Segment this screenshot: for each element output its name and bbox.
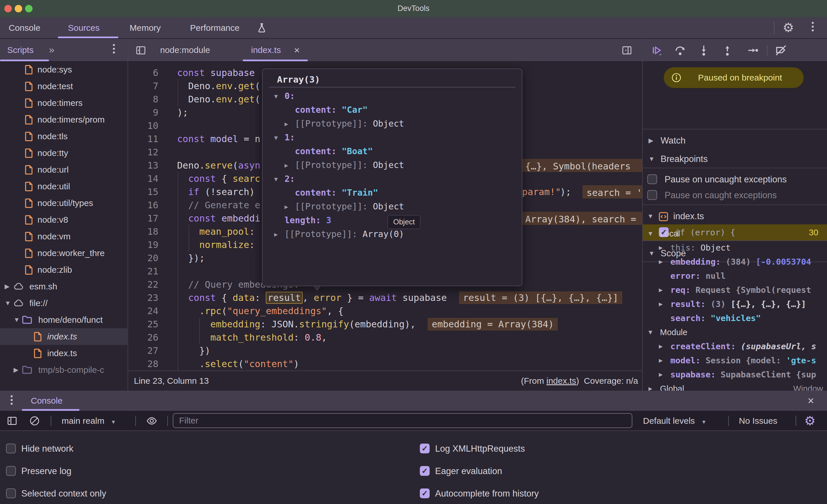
scope-variable-row[interactable]: ▶this: Object (643, 240, 827, 255)
chevron-right-icon[interactable]: ▶ (659, 255, 663, 269)
step-out-icon[interactable] (721, 44, 734, 57)
tree-item[interactable]: index.ts (0, 328, 128, 345)
line-number[interactable]: 23 (128, 291, 158, 304)
line-number[interactable]: 18 (128, 225, 158, 238)
tree-item[interactable]: node:vm (0, 228, 128, 245)
line-number[interactable]: 19 (128, 238, 158, 251)
chevron-right-icon[interactable]: ▶ (285, 159, 288, 172)
chevron-right-icon[interactable]: ▶ (659, 368, 663, 382)
toggle-pause-uncaught[interactable]: Pause on uncaught exceptions (643, 171, 827, 187)
tree-item[interactable]: ▼file:// (0, 295, 128, 312)
chevron-right-icon[interactable]: ▶ (659, 297, 663, 311)
chevron-down-icon[interactable]: ▼ (274, 172, 278, 186)
deactivate-breakpoints-icon[interactable] (775, 44, 787, 57)
scope-section-header[interactable]: ▶GlobalWindow (643, 382, 827, 391)
chevron-right-icon[interactable]: ▶ (285, 117, 288, 131)
tree-item[interactable]: node:v8 (0, 212, 128, 228)
chevron-down-icon[interactable]: ▼ (648, 325, 652, 339)
tree-item[interactable]: ▼home/deno/funct (0, 312, 128, 328)
kebab-menu-icon[interactable] (810, 20, 816, 33)
scope-variable-row[interactable]: ▶embedding: (384) [-0.0053704 (643, 255, 827, 269)
chevron-right-icon[interactable]: ▶ (659, 240, 663, 255)
collapse-panel-left-icon[interactable] (135, 45, 147, 56)
line-number[interactable]: 13 (128, 159, 158, 172)
line-number[interactable]: 10 (128, 119, 158, 132)
scope-variable-row[interactable]: ▶model: Session {model: 'gte-s (643, 353, 827, 368)
line-number[interactable]: 25 (128, 318, 158, 331)
line-number[interactable]: 6 (128, 66, 158, 79)
log-levels-selector[interactable]: Default levels ▼ (643, 411, 707, 431)
line-number[interactable]: 8 (128, 93, 158, 106)
chevron-double-right-icon[interactable]: » (49, 39, 54, 61)
line-number[interactable]: 20 (128, 251, 158, 265)
chevron-down-icon[interactable]: ▼ (648, 226, 652, 241)
line-number[interactable]: 12 (128, 146, 158, 159)
tab-console[interactable]: Console (6, 17, 43, 38)
live-expression-eye-icon[interactable] (145, 415, 158, 427)
section-watch[interactable]: ▶ Watch (643, 132, 827, 149)
step-over-icon[interactable] (674, 44, 686, 57)
tree-item[interactable]: node:tls (0, 128, 128, 145)
line-number[interactable]: 24 (128, 304, 158, 318)
resume-script-icon[interactable] (650, 44, 663, 57)
line-number[interactable]: 14 (128, 172, 158, 185)
tab-scripts[interactable]: Scripts (7, 39, 34, 61)
chevron-right-icon[interactable]: ▶ (5, 278, 9, 295)
toggle-pause-caught[interactable]: Pause on caught exceptions (643, 187, 827, 204)
scope-section-header[interactable]: ▼Module (643, 325, 827, 339)
tree-item[interactable]: index.ts (0, 345, 128, 361)
tree-item[interactable]: node:worker_thre (0, 245, 128, 262)
filter-input[interactable] (173, 413, 632, 428)
kebab-menu-icon[interactable] (111, 42, 116, 55)
line-number[interactable]: 15 (128, 185, 158, 199)
section-breakpoints[interactable]: ▼ Breakpoints (643, 151, 827, 167)
tab-console-drawer[interactable]: Console (31, 391, 62, 411)
console-settings-gear-icon[interactable]: ⚙ (804, 411, 816, 431)
popup-property-row[interactable]: ▶[[Prototype]]: Object (262, 117, 522, 130)
context-selector[interactable]: main realm ▼ (62, 411, 116, 431)
tree-item[interactable]: node:timers (0, 95, 128, 111)
toggle-debugger-sidebar-icon[interactable] (621, 45, 633, 56)
popup-property-row[interactable]: ▼1: (262, 130, 522, 145)
issues-counter[interactable]: No Issues (739, 411, 777, 431)
chevron-down-icon[interactable]: ▼ (274, 90, 278, 103)
chevron-right-icon[interactable]: ▶ (659, 353, 663, 368)
line-number[interactable]: 22 (128, 278, 158, 291)
close-tab-icon[interactable]: × (294, 39, 300, 61)
gear-icon[interactable]: ⚙ (783, 17, 794, 38)
clear-console-icon[interactable] (29, 415, 40, 427)
editor-tab-index-ts[interactable]: index.ts (251, 39, 281, 61)
line-number[interactable]: 27 (128, 344, 158, 357)
chevron-right-icon[interactable]: ▶ (274, 228, 278, 241)
console-setting-eager-evaluation[interactable]: ✓Eager evaluation (0, 463, 827, 479)
line-number[interactable]: 9 (128, 106, 158, 119)
step-into-icon[interactable] (697, 44, 710, 57)
tree-item[interactable]: node:util (0, 178, 128, 195)
line-number[interactable]: 16 (128, 199, 158, 212)
tree-item[interactable]: node:zlib (0, 262, 128, 278)
tab-memory[interactable]: Memory (127, 17, 163, 38)
scope-variable-row[interactable]: ▶createClient: (supabaseUrl, s (643, 339, 827, 353)
chevron-down-icon[interactable]: ▼ (648, 151, 655, 167)
console-setting-log-xmlhttprequests[interactable]: ✓Log XMLHttpRequests (0, 441, 827, 457)
scope-variable-row[interactable]: ▶req: Request {Symbol(request (643, 283, 827, 297)
chevron-down-icon[interactable]: ▼ (13, 312, 20, 328)
breakpoint-group-index-ts[interactable]: ▼ index.ts (643, 208, 827, 224)
line-number[interactable]: 26 (128, 331, 158, 344)
tab-performance[interactable]: Performance (187, 17, 242, 38)
console-setting-autocomplete-from-history[interactable]: ✓Autocomplete from history (0, 486, 827, 502)
chevron-right-icon[interactable]: ▶ (285, 200, 288, 214)
popup-property-row[interactable]: ▼0: (262, 89, 522, 103)
scope-variable-row[interactable]: ▶supabase: SupabaseClient {sup (643, 368, 827, 382)
line-number[interactable]: 28 (128, 357, 158, 371)
tree-item[interactable]: ▶esm.sh (0, 278, 128, 295)
tree-item[interactable]: ▶tmp/sb-compile-c (0, 361, 128, 378)
popup-property-row[interactable]: ▼2: (262, 172, 522, 186)
close-drawer-icon[interactable]: × (808, 391, 814, 411)
tree-item[interactable]: node:util/types (0, 195, 128, 212)
checkbox-unchecked[interactable] (647, 190, 657, 200)
checkbox-checked[interactable]: ✓ (420, 466, 430, 476)
tree-item[interactable]: node:url (0, 161, 128, 178)
tree-item[interactable]: node:test (0, 78, 128, 95)
line-number[interactable]: 21 (128, 265, 158, 278)
